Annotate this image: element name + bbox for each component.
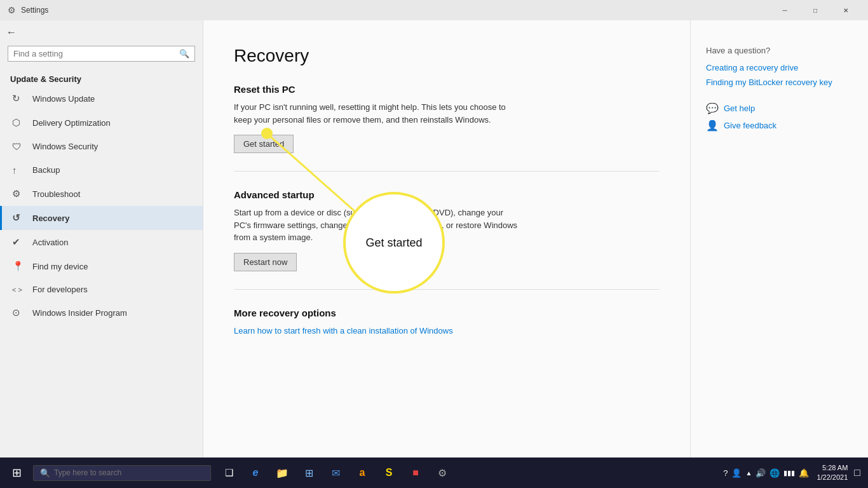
sidebar-item-recovery[interactable]: ↺ Recovery xyxy=(0,206,203,230)
network-icon[interactable]: 🌐 xyxy=(770,468,780,478)
sidebar-item-for-developers[interactable]: < > For developers xyxy=(0,278,203,301)
search-box[interactable]: 🔍 xyxy=(8,46,195,62)
chevron-up-icon[interactable]: ▲ xyxy=(745,470,752,477)
advanced-startup-section: Advanced startup Start up from a device … xyxy=(234,189,660,271)
taskbar-amazon[interactable]: a xyxy=(349,458,375,488)
search-input[interactable] xyxy=(13,49,179,58)
sidebar-item-label: Activation xyxy=(32,238,68,247)
window-controls: ─ □ ✕ xyxy=(770,0,860,20)
activation-icon: ✔ xyxy=(12,236,25,248)
sidebar-item-find-my-device[interactable]: 📍 Find my device xyxy=(0,254,203,278)
taskbar: ⊞ 🔍 ❑ e 📁 ⊞ ✉ a S ■ ⚙ ? 👤 ▲ 🔊 🌐 ▮▮▮ 🔔 5:… xyxy=(0,458,868,488)
give-feedback-icon: 👤 xyxy=(706,119,719,132)
right-panel-title: Have a question? xyxy=(706,46,853,55)
sidebar-item-label: Delivery Optimization xyxy=(32,118,111,128)
reset-section: Reset this PC If your PC isn't running w… xyxy=(234,84,660,153)
minimize-button[interactable]: ─ xyxy=(770,0,799,20)
taskbar-edge[interactable]: e xyxy=(243,458,268,488)
find-my-device-icon: 📍 xyxy=(12,261,25,272)
sidebar-section-label: Update & Security xyxy=(0,69,203,86)
taskbar-task-view[interactable]: ❑ xyxy=(216,458,241,488)
sidebar-item-label: Troubleshoot xyxy=(32,189,80,199)
taskbar-mail[interactable]: ✉ xyxy=(323,458,348,488)
page-title: Recovery xyxy=(234,46,660,66)
sidebar-item-label: For developers xyxy=(32,285,88,294)
give-feedback-item[interactable]: 👤 Give feedback xyxy=(706,119,853,132)
delivery-optimization-icon: ⬡ xyxy=(12,117,25,128)
time-display: 5:28 AM xyxy=(822,463,848,473)
taskbar-search-input[interactable] xyxy=(54,468,204,477)
taskbar-sticky[interactable]: S xyxy=(376,458,402,488)
sidebar-item-windows-insider[interactable]: ⊙ Windows Insider Program xyxy=(0,301,203,325)
taskbar-settings[interactable]: ⚙ xyxy=(430,458,455,488)
sidebar-item-label: Windows Security xyxy=(32,142,98,151)
give-feedback-label: Give feedback xyxy=(724,121,776,130)
speaker-icon[interactable]: 🔊 xyxy=(756,468,766,478)
taskbar-store[interactable]: ⊞ xyxy=(296,458,322,488)
reset-section-title: Reset this PC xyxy=(234,84,660,95)
get-started-button[interactable]: Get started xyxy=(234,135,294,153)
action-center-icon[interactable]: □ xyxy=(854,467,860,478)
start-icon: ⊞ xyxy=(12,466,22,480)
get-help-item[interactable]: 💬 Get help xyxy=(706,102,853,114)
windows-update-icon: ↻ xyxy=(12,93,25,104)
sidebar-item-label: Backup xyxy=(32,165,60,175)
get-help-label: Get help xyxy=(724,104,755,113)
sidebar-item-label: Find my device xyxy=(32,262,88,271)
more-recovery-title: More recovery options xyxy=(234,308,660,318)
maximize-button[interactable]: □ xyxy=(801,0,830,20)
clean-install-link[interactable]: Learn how to start fresh with a clean in… xyxy=(234,326,453,336)
sidebar-item-troubleshoot[interactable]: ⚙ Troubleshoot xyxy=(0,182,203,206)
people-icon[interactable]: 👤 xyxy=(731,468,742,478)
taskbar-right: ? 👤 ▲ 🔊 🌐 ▮▮▮ 🔔 5:28 AM 1/22/2021 □ xyxy=(723,463,865,483)
get-help-icon: 💬 xyxy=(706,102,719,114)
main-content: Recovery Reset this PC If your PC isn't … xyxy=(203,20,690,458)
backup-icon: ↑ xyxy=(12,165,25,175)
taskbar-search-icon: 🔍 xyxy=(40,468,50,478)
right-panel: Have a question? Creating a recovery dri… xyxy=(690,20,868,458)
start-button[interactable]: ⊞ xyxy=(3,458,31,488)
battery-icon: ▮▮▮ xyxy=(783,469,795,477)
sidebar-item-backup[interactable]: ↑ Backup xyxy=(0,158,203,182)
close-button[interactable]: ✕ xyxy=(831,0,860,20)
help-section: 💬 Get help 👤 Give feedback xyxy=(706,102,853,132)
reset-section-desc: If your PC isn't running well, resetting… xyxy=(234,101,520,126)
back-button[interactable]: ← xyxy=(0,20,203,41)
windows-security-icon: 🛡 xyxy=(12,141,25,152)
finding-bitlocker-key-link[interactable]: Finding my BitLocker recovery key xyxy=(706,78,853,87)
sidebar-item-label: Windows Insider Program xyxy=(32,308,127,318)
system-tray-icons: ? 👤 ▲ 🔊 🌐 ▮▮▮ 🔔 xyxy=(723,468,809,478)
back-icon: ← xyxy=(6,27,17,38)
restart-now-button[interactable]: Restart now xyxy=(234,253,297,271)
titlebar: ⚙ Settings ─ □ ✕ xyxy=(0,0,868,20)
recovery-icon: ↺ xyxy=(12,212,25,224)
sidebar-item-delivery-optimization[interactable]: ⬡ Delivery Optimization xyxy=(0,111,203,135)
search-icon: 🔍 xyxy=(179,49,189,58)
taskbar-app-icons: ❑ e 📁 ⊞ ✉ a S ■ ⚙ xyxy=(216,458,455,488)
date-display: 1/22/2021 xyxy=(817,473,848,482)
windows-insider-icon: ⊙ xyxy=(12,307,25,318)
notification-icon[interactable]: 🔔 xyxy=(799,468,809,478)
titlebar-title: Settings xyxy=(21,6,770,15)
divider-2 xyxy=(234,289,660,290)
sidebar-item-activation[interactable]: ✔ Activation xyxy=(0,230,203,254)
creating-recovery-drive-link[interactable]: Creating a recovery drive xyxy=(706,63,853,72)
troubleshoot-icon: ⚙ xyxy=(12,188,25,200)
sidebar-item-label: Recovery xyxy=(32,214,70,223)
more-recovery-section: More recovery options Learn how to start… xyxy=(234,308,660,336)
sidebar-item-windows-update[interactable]: ↻ Windows Update xyxy=(0,86,203,111)
question-icon[interactable]: ? xyxy=(723,468,728,478)
taskbar-search-box[interactable]: 🔍 xyxy=(33,465,211,481)
divider-1 xyxy=(234,171,660,172)
sidebar: ← 🔍 Update & Security ↻ Windows Update ⬡… xyxy=(0,20,203,458)
taskbar-red-app[interactable]: ■ xyxy=(403,458,428,488)
clock[interactable]: 5:28 AM 1/22/2021 xyxy=(817,463,848,483)
window-body: ← 🔍 Update & Security ↻ Windows Update ⬡… xyxy=(0,20,868,458)
for-developers-icon: < > xyxy=(12,286,25,294)
sidebar-item-windows-security[interactable]: 🛡 Windows Security xyxy=(0,135,203,158)
settings-icon: ⚙ xyxy=(8,5,16,15)
taskbar-explorer[interactable]: 📁 xyxy=(269,458,295,488)
advanced-startup-title: Advanced startup xyxy=(234,189,660,200)
advanced-startup-desc: Start up from a device or disc (such as … xyxy=(234,207,520,244)
sidebar-item-label: Windows Update xyxy=(32,94,95,104)
